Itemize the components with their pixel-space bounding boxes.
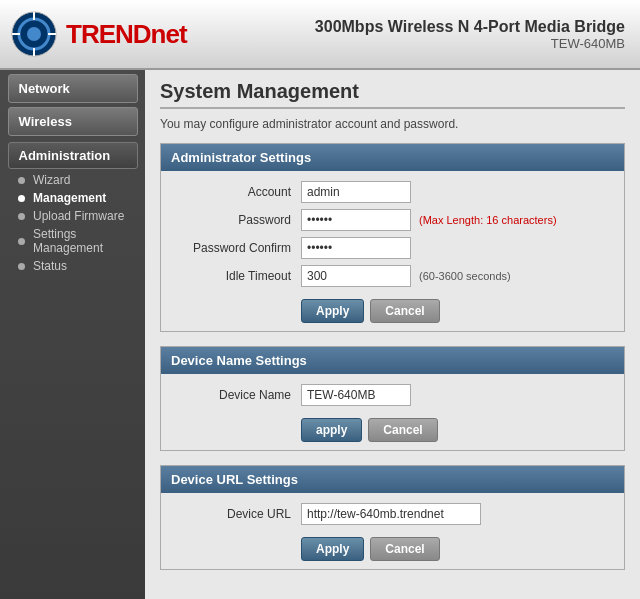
sidebar-links: Wizard Management Upload Firmware Settin… xyxy=(0,171,145,275)
sidebar-wireless-btn[interactable]: Wireless xyxy=(8,107,138,136)
main-layout: Network Wireless Administration Wizard M… xyxy=(0,70,640,599)
sidebar-network-btn[interactable]: Network xyxy=(8,74,138,103)
sidebar-item-wizard[interactable]: Wizard xyxy=(0,171,145,189)
admin-settings-body: Account Password (Max Length: 16 charact… xyxy=(161,171,624,331)
sidebar-item-management[interactable]: Management xyxy=(0,189,145,207)
device-name-input[interactable] xyxy=(301,384,411,406)
idle-timeout-row: Idle Timeout (60-3600 seconds) xyxy=(161,265,624,287)
device-info: 300Mbps Wireless N 4-Port Media Bridge T… xyxy=(315,18,625,51)
device-url-apply-button[interactable]: Apply xyxy=(301,537,364,561)
device-name-apply-button[interactable]: apply xyxy=(301,418,362,442)
dot-icon xyxy=(18,238,25,245)
device-url-input[interactable] xyxy=(301,503,481,525)
admin-settings-header: Administrator Settings xyxy=(161,144,624,171)
logo-trend: TREND xyxy=(66,19,151,49)
sidebar-link-settings-management[interactable]: Settings Management xyxy=(33,227,145,255)
device-name-cancel-button[interactable]: Cancel xyxy=(368,418,437,442)
device-url-settings-body: Device URL Apply Cancel xyxy=(161,493,624,569)
dot-icon xyxy=(18,177,25,184)
sidebar-link-upload-firmware[interactable]: Upload Firmware xyxy=(33,209,124,223)
password-hint: (Max Length: 16 characters) xyxy=(419,214,557,226)
account-input[interactable] xyxy=(301,181,411,203)
header: TRENDnet 300Mbps Wireless N 4-Port Media… xyxy=(0,0,640,70)
sidebar-item-upload-firmware[interactable]: Upload Firmware xyxy=(0,207,145,225)
device-url-settings-header: Device URL Settings xyxy=(161,466,624,493)
logo-area: TRENDnet xyxy=(10,10,187,58)
page-description: You may configure administrator account … xyxy=(160,117,625,131)
logo-text: TRENDnet xyxy=(66,19,187,50)
device-url-cancel-button[interactable]: Cancel xyxy=(370,537,439,561)
sidebar-item-settings-management[interactable]: Settings Management xyxy=(0,225,145,257)
password-label: Password xyxy=(171,213,301,227)
content-area: System Management You may configure admi… xyxy=(145,70,640,599)
device-model: TEW-640MB xyxy=(315,36,625,51)
device-name-settings-box: Device Name Settings Device Name apply C… xyxy=(160,346,625,451)
admin-apply-button[interactable]: Apply xyxy=(301,299,364,323)
admin-cancel-button[interactable]: Cancel xyxy=(370,299,439,323)
password-confirm-row: Password Confirm xyxy=(161,237,624,259)
account-label: Account xyxy=(171,185,301,199)
password-confirm-label: Password Confirm xyxy=(171,241,301,255)
device-url-row: Device URL xyxy=(161,503,624,525)
password-input[interactable] xyxy=(301,209,411,231)
device-full-name: 300Mbps Wireless N 4-Port Media Bridge xyxy=(315,18,625,36)
sidebar-link-wizard[interactable]: Wizard xyxy=(33,173,70,187)
password-row: Password (Max Length: 16 characters) xyxy=(161,209,624,231)
page-title: System Management xyxy=(160,80,625,109)
admin-settings-box: Administrator Settings Account Password … xyxy=(160,143,625,332)
idle-timeout-input[interactable] xyxy=(301,265,411,287)
dot-icon xyxy=(18,195,25,202)
device-name-label: Device Name xyxy=(171,388,301,402)
dot-icon xyxy=(18,213,25,220)
device-url-label: Device URL xyxy=(171,507,301,521)
password-confirm-input[interactable] xyxy=(301,237,411,259)
device-url-btn-row: Apply Cancel xyxy=(161,531,624,563)
account-row: Account xyxy=(161,181,624,203)
device-name-btn-row: apply Cancel xyxy=(161,412,624,444)
sidebar-administration-label: Administration xyxy=(8,142,138,169)
sidebar-item-status[interactable]: Status xyxy=(0,257,145,275)
dot-icon xyxy=(18,263,25,270)
device-name-row: Device Name xyxy=(161,384,624,406)
sidebar-link-management[interactable]: Management xyxy=(33,191,106,205)
svg-point-2 xyxy=(27,27,41,41)
idle-timeout-hint: (60-3600 seconds) xyxy=(419,270,511,282)
admin-btn-row: Apply Cancel xyxy=(161,293,624,325)
trendnet-logo-icon xyxy=(10,10,58,58)
logo-net: net xyxy=(151,19,187,49)
device-url-settings-box: Device URL Settings Device URL Apply Can… xyxy=(160,465,625,570)
sidebar: Network Wireless Administration Wizard M… xyxy=(0,70,145,599)
device-name-settings-body: Device Name apply Cancel xyxy=(161,374,624,450)
device-name-settings-header: Device Name Settings xyxy=(161,347,624,374)
idle-timeout-label: Idle Timeout xyxy=(171,269,301,283)
sidebar-link-status[interactable]: Status xyxy=(33,259,67,273)
